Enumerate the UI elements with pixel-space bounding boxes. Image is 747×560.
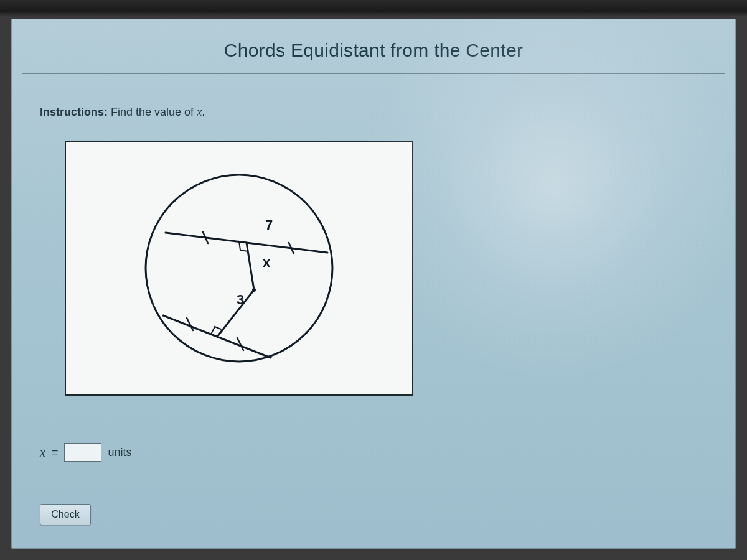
geometry-figure: 7 x 3: [108, 156, 370, 380]
perpendicular-lower: [217, 290, 254, 337]
app-window: Chords Equidistant from the Center Instr…: [11, 19, 736, 549]
screen-frame: Chords Equidistant from the Center Instr…: [0, 0, 747, 560]
answer-input[interactable]: [64, 443, 101, 462]
figure-labels: 7 x 3: [237, 217, 273, 307]
instructions-suffix: .: [202, 106, 205, 118]
check-button[interactable]: Check: [40, 504, 91, 525]
perpendicular-upper: [247, 243, 254, 290]
equals-sign: =: [52, 446, 59, 459]
answer-row: x = units: [40, 443, 131, 462]
label-seven: 7: [265, 217, 273, 233]
instructions-variable: x: [197, 106, 202, 118]
page-title: Chords Equidistant from the Center: [11, 40, 736, 61]
units-label: units: [108, 446, 131, 459]
title-divider: [22, 73, 725, 74]
label-x: x: [263, 254, 271, 270]
circle: [146, 175, 332, 362]
label-three: 3: [237, 292, 244, 307]
instructions-text: Instructions: Find the value of x.: [40, 106, 205, 119]
instructions-label: Instructions:: [40, 106, 108, 118]
answer-variable: x: [40, 446, 45, 460]
figure-frame: 7 x 3: [65, 141, 413, 396]
instructions-body: Find the value of: [111, 106, 194, 118]
